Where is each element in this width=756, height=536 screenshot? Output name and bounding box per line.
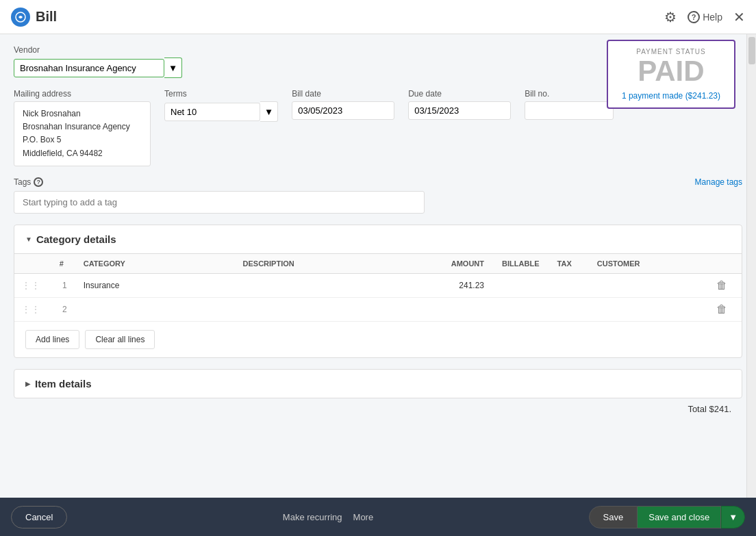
billable-cell-2[interactable] xyxy=(491,297,551,321)
row-number-1: 1 xyxy=(53,273,77,297)
delete-cell-2[interactable]: 🗑 xyxy=(709,297,742,321)
tax-cell-1[interactable] xyxy=(551,273,590,297)
chevron-down-icon: ▼ xyxy=(168,63,177,73)
terms-group: Terms Net 10 Net 15 Net 30 Net 60 Due on… xyxy=(164,89,278,122)
save-button[interactable]: Save xyxy=(589,506,638,528)
bill-no-group: Bill no. xyxy=(525,89,614,120)
cancel-button[interactable]: Cancel xyxy=(11,506,67,528)
collapse-triangle-icon: ▼ xyxy=(25,235,32,243)
drag-handle-icon: ⋮⋮ xyxy=(21,304,40,315)
col-header-category: CATEGORY xyxy=(77,253,236,273)
mailing-address-label: Mailing address xyxy=(14,89,151,99)
category-details-section: ▼ Category details # CATEGORY DESCRIPTIO… xyxy=(14,225,742,358)
chevron-down-icon: ▼ xyxy=(729,512,738,522)
add-lines-button[interactable]: Add lines xyxy=(25,330,79,349)
footer-center: Make recurring More xyxy=(283,512,373,522)
help-label: Help xyxy=(703,12,722,23)
total-text: Total $241. xyxy=(688,404,731,414)
bill-date-input[interactable] xyxy=(292,101,394,120)
header: Bill ⚙ ? Help ✕ xyxy=(0,0,756,34)
mailing-address-group: Mailing address Nick Brosnahan Brosnahan… xyxy=(14,89,151,166)
due-date-input[interactable] xyxy=(408,101,511,120)
tags-input[interactable] xyxy=(14,191,425,214)
category-details-header[interactable]: ▼ Category details xyxy=(14,225,742,253)
vendor-input[interactable] xyxy=(14,59,164,77)
bill-no-label: Bill no. xyxy=(525,89,614,99)
amount-cell-1[interactable]: 241.23 xyxy=(412,273,491,297)
scrollbar[interactable] xyxy=(746,34,756,498)
gear-icon[interactable]: ⚙ xyxy=(664,9,677,25)
amount-cell-2[interactable] xyxy=(412,297,491,321)
category-cell-2[interactable] xyxy=(77,297,236,321)
table-row: ⋮⋮ 1 Insurance 241.23 🗑 xyxy=(14,273,742,297)
payment-status-box: PAYMENT STATUS PAID 1 payment made ($241… xyxy=(607,40,735,109)
scrollbar-thumb[interactable] xyxy=(748,37,755,64)
footer: Cancel Make recurring More Save Save and… xyxy=(0,498,756,536)
billable-cell-1[interactable] xyxy=(491,273,551,297)
tags-text: Tags xyxy=(14,177,31,187)
category-details-table-container: # CATEGORY DESCRIPTION AMOUNT BILLABLE T… xyxy=(14,253,742,322)
item-details-header[interactable]: ▶ Item details xyxy=(14,370,742,398)
terms-label: Terms xyxy=(164,89,278,99)
delete-row-1-icon: 🗑 xyxy=(716,279,727,291)
description-cell-2[interactable] xyxy=(236,297,412,321)
vendor-dropdown-button[interactable]: ▼ xyxy=(164,58,182,78)
expand-triangle-icon: ▶ xyxy=(25,380,31,387)
tax-cell-2[interactable] xyxy=(551,297,590,321)
category-cell-1[interactable]: Insurance xyxy=(77,273,236,297)
manage-tags-link[interactable]: Manage tags xyxy=(695,177,742,187)
make-recurring-button[interactable]: Make recurring xyxy=(283,512,342,522)
tags-section: Tags ? Manage tags xyxy=(14,177,742,214)
delete-row-2-icon: 🗑 xyxy=(716,303,727,315)
address-line1: Nick Brosnahan xyxy=(23,107,142,120)
drag-handle-cell-2[interactable]: ⋮⋮ xyxy=(14,297,53,321)
payment-status-value: PAID xyxy=(622,55,720,87)
bill-date-group: Bill date xyxy=(292,89,394,120)
tags-help-icon[interactable]: ? xyxy=(34,177,43,187)
bill-no-input[interactable] xyxy=(525,101,614,120)
main-content: PAYMENT STATUS PAID 1 payment made ($241… xyxy=(0,34,756,498)
header-left: Bill xyxy=(11,8,57,27)
logo-icon xyxy=(11,8,30,27)
row-number-2: 2 xyxy=(53,297,77,321)
terms-select-wrapper: Net 10 Net 15 Net 30 Net 60 Due on recei… xyxy=(164,101,278,122)
col-header-description: DESCRIPTION xyxy=(236,253,412,273)
footer-right: Save Save and close ▼ xyxy=(589,506,745,528)
close-icon[interactable]: ✕ xyxy=(733,9,745,25)
description-cell-1[interactable] xyxy=(236,273,412,297)
payment-made-link[interactable]: 1 payment made ($241.23) xyxy=(622,91,720,101)
col-header-drag xyxy=(14,253,53,273)
page-title: Bill xyxy=(36,9,57,25)
address-line3: P.O. Box 5 xyxy=(23,133,142,146)
drag-handle-icon: ⋮⋮ xyxy=(21,280,40,291)
tags-label: Tags ? xyxy=(14,177,43,187)
terms-select[interactable]: Net 10 Net 15 Net 30 Net 60 Due on recei… xyxy=(164,103,260,121)
terms-dropdown-button[interactable]: ▼ xyxy=(260,101,278,122)
col-header-billable: BILLABLE xyxy=(491,253,551,273)
item-details-title: Item details xyxy=(35,378,92,390)
item-details-section: ▶ Item details xyxy=(14,369,742,398)
total-hint: Total $241. xyxy=(14,398,742,420)
delete-cell-1[interactable]: 🗑 xyxy=(709,273,742,297)
footer-left: Cancel xyxy=(11,506,67,528)
more-button[interactable]: More xyxy=(353,512,374,522)
save-and-close-button[interactable]: Save and close xyxy=(638,506,721,528)
help-button[interactable]: ? Help xyxy=(688,11,722,23)
col-header-action xyxy=(709,253,742,273)
table-row: ⋮⋮ 2 🗑 xyxy=(14,297,742,321)
category-details-title: Category details xyxy=(36,233,116,245)
col-header-tax: TAX xyxy=(551,253,590,273)
table-actions: Add lines Clear all lines xyxy=(14,322,742,357)
tags-header: Tags ? Manage tags xyxy=(14,177,742,187)
help-circle-icon: ? xyxy=(688,11,700,23)
drag-handle-cell[interactable]: ⋮⋮ xyxy=(14,273,53,297)
save-close-dropdown-button[interactable]: ▼ xyxy=(721,506,745,528)
customer-cell-2[interactable] xyxy=(590,297,710,321)
customer-cell-1[interactable] xyxy=(590,273,710,297)
address-line2: Brosnahan Insurance Agency xyxy=(23,120,142,133)
clear-all-lines-button[interactable]: Clear all lines xyxy=(85,330,155,349)
col-header-customer: CUSTOMER xyxy=(590,253,710,273)
mailing-address-box: Nick Brosnahan Brosnahan Insurance Agenc… xyxy=(14,101,151,166)
due-date-group: Due date xyxy=(408,89,511,120)
due-date-label: Due date xyxy=(408,89,511,99)
